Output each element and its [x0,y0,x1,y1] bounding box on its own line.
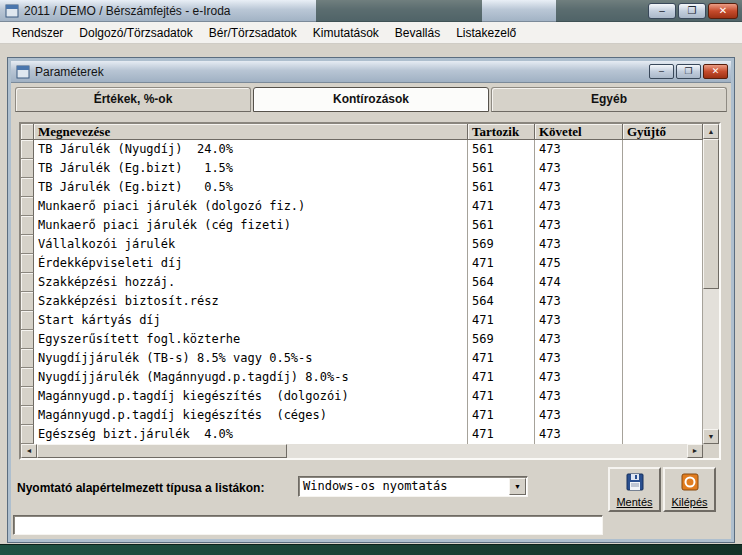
cell-kovetel: 475 [535,254,623,273]
cell-gyujto [623,235,703,254]
header-megnevezese[interactable]: Megnevezése [34,124,468,140]
main-window: 2011 / DEMO / Bérszámfejtés - e-Iroda – … [0,0,742,545]
row-selector[interactable] [21,140,34,159]
glass-reflection [316,0,482,22]
cell-megnevezese: Vállalkozói járulék [34,235,468,254]
table-row[interactable]: Start kártyás díj 471 473 [21,311,703,330]
row-selector[interactable] [21,178,34,197]
row-selector[interactable] [21,197,34,216]
table-row[interactable]: Egyszerűsített fogl.közterhe 569 473 [21,330,703,349]
table-row[interactable]: Nyugdíjjárulék (TB-s) 8.5% vagy 0.5%-s 4… [21,349,703,368]
menu-listakezelo[interactable]: Listakezelő [448,23,524,43]
cell-megnevezese: Szakképzési hozzáj. [34,273,468,292]
dialog-maximize-button[interactable]: ❐ [676,64,701,79]
exit-button[interactable]: Kilépés [663,467,716,512]
header-gyujto[interactable]: Gyűjtő [623,124,703,140]
dialog-title: Paraméterek [35,65,104,79]
cell-kovetel: 474 [535,273,623,292]
cell-tartozik: 561 [468,216,535,235]
tab-ertekek[interactable]: Értékek, %-ok [15,87,251,112]
vertical-scroll-thumb[interactable] [703,139,719,289]
table-row[interactable]: Munkaerő piaci járulék (cég fizeti) 561 … [21,216,703,235]
save-button-label: Mentés [610,496,659,508]
cell-gyujto [623,425,703,444]
header-selector [21,124,34,140]
row-selector[interactable] [21,368,34,387]
cell-gyujto [623,330,703,349]
table-row[interactable]: Nyugdíjjárulék (Magánnyugd.p.tagdíj) 8.0… [21,368,703,387]
cell-kovetel: 473 [535,159,623,178]
dialog-close-button[interactable]: ✕ [703,64,728,79]
row-selector[interactable] [21,349,34,368]
menu-ber-torzsadatok[interactable]: Bér/Törzsadatok [201,23,305,43]
table-rows: TB Járulék (Nyugdíj) 24.0% 561 473 TB Já… [21,140,703,444]
printer-type-value: Windows-os nyomtatás [299,477,527,496]
maximize-button[interactable]: ❐ [678,3,706,19]
cell-gyujto [623,406,703,425]
status-field[interactable] [13,515,603,535]
table-row[interactable]: Munkaerő piaci járulék (dolgozó fiz.) 47… [21,197,703,216]
cell-gyujto [623,140,703,159]
dialog-minimize-button[interactable]: – [649,64,674,79]
table-row[interactable]: Egészség bizt.járulék 4.0% 471 473 [21,425,703,444]
horizontal-scrollbar[interactable]: ◄ ► [21,444,703,458]
cell-megnevezese: Magánnyugd.p.tagdíj kiegészítés (céges) [34,406,468,425]
save-button[interactable]: Mentés [608,467,661,512]
tab-kontirozasok[interactable]: Kontírozások [253,87,489,112]
table-row[interactable]: Vállalkozói járulék 569 473 [21,235,703,254]
cell-kovetel: 473 [535,178,623,197]
exit-button-label: Kilépés [665,496,714,508]
close-button[interactable]: ✕ [708,3,738,19]
cell-tartozik: 569 [468,235,535,254]
table-row[interactable]: Érdekképviseleti díj 471 475 [21,254,703,273]
menu-rendszer[interactable]: Rendszer [4,23,71,43]
row-selector[interactable] [21,425,34,444]
cell-tartozik: 569 [468,330,535,349]
header-kovetel[interactable]: Követel [535,124,623,140]
header-tartozik[interactable]: Tartozik [468,124,535,140]
table-row[interactable]: TB Járulék (Eg.bizt) 1.5% 561 473 [21,159,703,178]
minimize-button[interactable]: – [648,3,676,19]
row-selector[interactable] [21,311,34,330]
row-selector[interactable] [21,273,34,292]
menubar: Rendszer Dolgozó/Törzsadatok Bér/Törzsad… [0,22,742,44]
cell-gyujto [623,159,703,178]
row-selector[interactable] [21,159,34,178]
row-selector[interactable] [21,254,34,273]
table-row[interactable]: Magánnyugd.p.tagdíj kiegészítés (céges) … [21,406,703,425]
cell-gyujto [623,273,703,292]
table-row[interactable]: Magánnyugd.p.tagdíj kiegészítés (dolgozó… [21,387,703,406]
scrollbar-corner [703,444,719,458]
row-selector[interactable] [21,292,34,311]
scroll-right-icon[interactable]: ► [687,444,703,458]
main-titlebar[interactable]: 2011 / DEMO / Bérszámfejtés - e-Iroda – … [0,0,742,22]
table: Megnevezése Tartozik Követel Gyűjtő TB J… [19,122,721,460]
menu-kimutatasok[interactable]: Kimutatások [305,23,387,43]
table-row[interactable]: TB Járulék (Eg.bizt) 0.5% 561 473 [21,178,703,197]
menu-bevallas[interactable]: Bevallás [387,23,448,43]
row-selector[interactable] [21,406,34,425]
printer-type-combobox[interactable]: Windows-os nyomtatás ▼ [298,476,528,497]
menu-dolgozo-torzsadatok[interactable]: Dolgozó/Törzsadatok [71,23,200,43]
dialog-titlebar[interactable]: Paraméterek – ❐ ✕ [11,61,731,83]
row-selector[interactable] [21,216,34,235]
table-row[interactable]: TB Járulék (Nyugdíj) 24.0% 561 473 [21,140,703,159]
window-controls: – ❐ ✕ [648,3,738,19]
horizontal-scroll-thumb[interactable] [37,444,287,458]
row-selector[interactable] [21,387,34,406]
row-selector[interactable] [21,235,34,254]
combo-dropdown-icon[interactable]: ▼ [509,478,526,495]
row-selector[interactable] [21,330,34,349]
scroll-down-icon[interactable]: ▼ [703,429,719,444]
scroll-left-icon[interactable]: ◄ [21,444,37,458]
table-row[interactable]: Szakképzési hozzáj. 564 474 [21,273,703,292]
vertical-scrollbar[interactable]: ▲ ▼ [703,124,719,444]
table-row[interactable]: Szakképzési biztosít.rész 564 473 [21,292,703,311]
tab-egyeb[interactable]: Egyéb [491,87,727,112]
cell-megnevezese: Magánnyugd.p.tagdíj kiegészítés (dolgozó… [34,387,468,406]
cell-megnevezese: Nyugdíjjárulék (Magánnyugd.p.tagdíj) 8.0… [34,368,468,387]
cell-gyujto [623,292,703,311]
cell-megnevezese: Start kártyás díj [34,311,468,330]
cell-gyujto [623,311,703,330]
scroll-up-icon[interactable]: ▲ [703,124,719,139]
